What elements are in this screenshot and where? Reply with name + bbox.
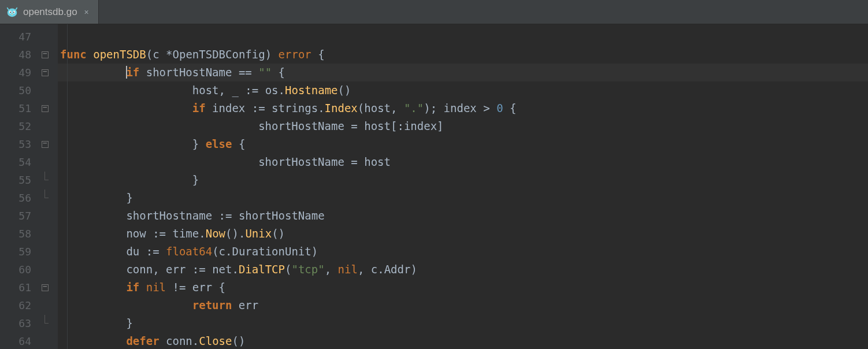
fold-end-icon — [42, 195, 49, 202]
code-line[interactable]: shortHostname := shortHostName — [58, 207, 868, 225]
code-line[interactable]: if shortHostName == "" { — [58, 64, 868, 81]
go-file-icon — [6, 6, 18, 18]
line-number: 49 — [0, 64, 39, 81]
code-line[interactable]: if index := strings.Index(host, "."); in… — [58, 99, 868, 117]
fold-end-icon — [42, 320, 49, 327]
fold-slot — [39, 81, 58, 99]
code-line[interactable]: } — [58, 189, 868, 207]
file-tab-opentsdb[interactable]: opentsdb.go × — [0, 0, 99, 24]
fold-slot — [39, 261, 58, 279]
svg-point-3 — [10, 12, 11, 13]
line-number: 50 — [0, 81, 39, 99]
line-number: 54 — [0, 153, 39, 171]
code-line[interactable]: conn, err := net.DialTCP("tcp", nil, c.A… — [58, 261, 868, 279]
fold-slot — [39, 153, 58, 171]
fold-slot — [39, 99, 58, 117]
line-number: 56 — [0, 189, 39, 207]
code-line[interactable]: now := time.Now().Unix() — [58, 225, 868, 243]
fold-slot — [39, 46, 58, 64]
line-number: 57 — [0, 207, 39, 225]
code-line[interactable]: du := float64(c.DurationUnit) — [58, 243, 868, 261]
code-line[interactable] — [58, 28, 868, 46]
code-area[interactable]: func openTSDB(c *OpenTSDBConfig) error {… — [58, 24, 868, 349]
fold-slot — [39, 225, 58, 243]
line-number: 63 — [0, 314, 39, 332]
file-tab-label: opentsdb.go — [23, 6, 77, 18]
fold-end-icon — [42, 177, 49, 184]
fold-slot — [39, 135, 58, 153]
fold-slot — [39, 332, 58, 349]
fold-slot — [39, 243, 58, 261]
fold-toggle-icon[interactable] — [42, 51, 49, 58]
fold-slot — [39, 207, 58, 225]
line-number: 58 — [0, 225, 39, 243]
line-number: 52 — [0, 117, 39, 135]
fold-toggle-icon[interactable] — [42, 141, 49, 148]
fold-slot — [39, 189, 58, 207]
line-number-gutter: 474849505152535455565758596061626364 — [0, 24, 39, 349]
code-line[interactable]: if nil != err { — [58, 279, 868, 296]
line-number: 51 — [0, 99, 39, 117]
svg-point-4 — [13, 12, 14, 13]
fold-slot — [39, 64, 58, 81]
line-number: 61 — [0, 279, 39, 296]
editor-tabbar: opentsdb.go × — [0, 0, 868, 24]
code-line[interactable]: defer conn.Close() — [58, 332, 868, 349]
line-number: 62 — [0, 296, 39, 314]
fold-slot — [39, 117, 58, 135]
line-number: 53 — [0, 135, 39, 153]
fold-slot — [39, 279, 58, 296]
fold-slot — [39, 296, 58, 314]
fold-toggle-icon[interactable] — [42, 284, 49, 291]
line-number: 60 — [0, 261, 39, 279]
close-tab-button[interactable]: × — [82, 8, 91, 17]
line-number: 59 — [0, 243, 39, 261]
line-number: 55 — [0, 171, 39, 189]
fold-toggle-icon[interactable] — [42, 69, 49, 76]
code-line[interactable]: shortHostName = host[:index] — [58, 117, 868, 135]
fold-gutter[interactable] — [39, 24, 58, 349]
fold-slot — [39, 314, 58, 332]
code-line[interactable]: } else { — [58, 135, 868, 153]
code-line[interactable]: shortHostName = host — [58, 153, 868, 171]
code-line[interactable]: } — [58, 314, 868, 332]
fold-slot — [39, 171, 58, 189]
code-line[interactable]: func openTSDB(c *OpenTSDBConfig) error { — [58, 46, 868, 64]
line-number: 48 — [0, 46, 39, 64]
code-line[interactable]: } — [58, 171, 868, 189]
code-editor[interactable]: 474849505152535455565758596061626364 fun… — [0, 24, 868, 349]
line-number: 64 — [0, 332, 39, 349]
line-number: 47 — [0, 28, 39, 46]
fold-slot — [39, 28, 58, 46]
svg-point-5 — [12, 13, 13, 14]
fold-toggle-icon[interactable] — [42, 105, 49, 112]
code-line[interactable]: return err — [58, 296, 868, 314]
code-line[interactable]: host, _ := os.Hostname() — [58, 81, 868, 99]
